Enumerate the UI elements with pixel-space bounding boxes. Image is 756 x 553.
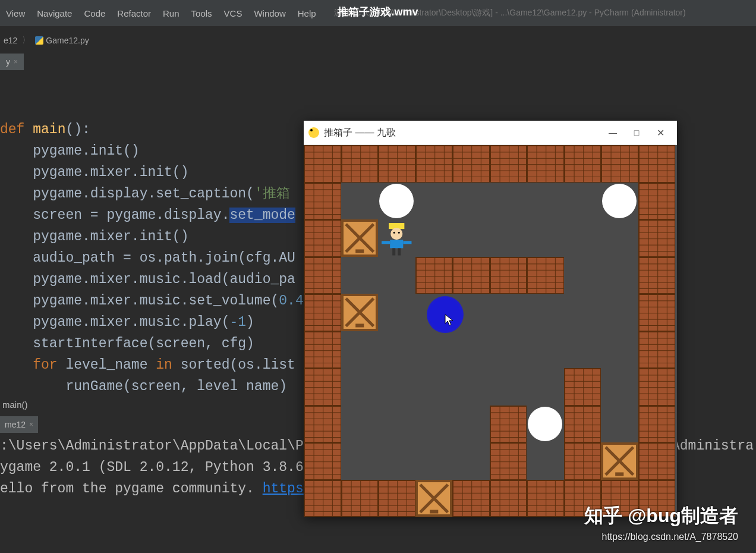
game-wall [452,480,490,517]
svg-rect-16 [390,240,403,248]
maximize-button[interactable]: □ [625,128,648,137]
game-wall [378,480,415,517]
watermark-main: 知乎 @bug制造者 [584,505,738,526]
video-overlay-title: 推箱子游戏.wmv [0,5,756,19]
close-icon[interactable]: × [14,58,18,66]
game-wall [527,257,564,294]
python-file-icon [35,36,43,45]
game-target [527,406,564,443]
chevron-icon: 〉 [22,35,30,46]
game-wall [638,183,676,220]
close-button[interactable]: ✕ [648,127,672,139]
watermark: 知乎 @bug制造者 https://blog.csdn.net/A_78785… [584,503,738,542]
svg-rect-8 [430,510,438,513]
game-wall [341,480,379,517]
run-tab-label: me12 [5,420,26,429]
editor-tab[interactable]: y × [0,54,24,70]
game-wall [378,145,415,183]
game-wall [638,442,676,480]
game-wall [601,145,638,183]
game-target [601,183,638,220]
svg-rect-5 [355,323,364,327]
game-wall [490,442,527,480]
game-wall [564,442,601,480]
sokoban-game-window: 推箱子 —— 九歌 — □ ✕ 按R键重新开始本关 [304,121,677,516]
game-titlebar[interactable]: 推箱子 —— 九歌 — □ ✕ [304,121,677,145]
game-box [341,294,379,331]
structure-indicator: main() [2,400,28,410]
close-icon[interactable]: × [29,420,33,429]
game-wall [638,368,676,406]
game-wall [415,257,453,294]
game-wall [304,406,341,443]
game-wall [564,368,601,406]
breadcrumb-file[interactable]: Game12.py [32,36,92,45]
game-wall [304,442,341,480]
game-wall [490,480,527,517]
game-wall [304,331,341,369]
game-wall [638,331,676,369]
game-wall [304,480,341,517]
svg-rect-17 [382,241,390,244]
svg-point-13 [390,228,402,240]
game-box [341,219,379,257]
game-canvas[interactable]: 按R键重新开始本关 [304,145,677,517]
game-player [378,219,415,257]
game-wall [304,294,341,331]
run-tab[interactable]: me12 × [0,416,38,433]
watermark-sub: https://blog.csdn.net/A_7878520 [584,532,738,542]
svg-rect-11 [615,472,623,476]
game-app-icon [308,127,319,138]
svg-point-15 [398,232,400,234]
svg-rect-18 [403,241,411,244]
minimize-button[interactable]: — [601,128,625,137]
pygame-link[interactable]: https [263,481,304,497]
game-wall [490,257,527,294]
game-wall [638,145,676,183]
game-wall [638,406,676,443]
game-box [415,480,453,517]
svg-rect-20 [398,248,401,255]
game-wall [527,145,564,183]
game-wall [304,257,341,294]
game-wall [304,368,341,406]
editor-tab-label: y [6,57,10,67]
game-wall [341,145,379,183]
breadcrumb-folder[interactable]: e12 [0,36,21,45]
game-wall [490,406,527,443]
game-wall [452,257,490,294]
breadcrumb: e12 〉 Game12.py [0,32,93,49]
game-wall [564,406,601,443]
game-wall [304,183,341,220]
game-wall [490,145,527,183]
game-wall [638,257,676,294]
game-wall [452,145,490,183]
game-wall [304,219,341,257]
game-wall [527,480,564,517]
game-wall [415,145,453,183]
game-title: 推箱子 —— 九歌 [324,127,601,139]
game-wall [638,294,676,331]
game-wall [638,219,676,257]
svg-point-14 [393,232,395,234]
game-wall [304,145,341,183]
svg-rect-2 [355,249,364,253]
game-target [378,183,415,220]
game-wall [564,145,601,183]
svg-rect-19 [392,248,395,255]
game-box [601,442,638,480]
